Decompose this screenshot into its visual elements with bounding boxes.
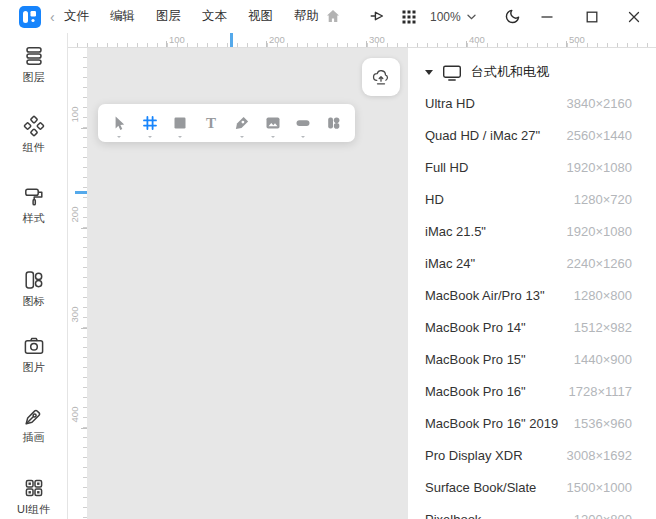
- preset-row[interactable]: MacBook Air/Pro 13"1280×800: [408, 279, 656, 311]
- cursor-position-marker: [75, 191, 87, 194]
- preset-row[interactable]: Quad HD / iMac 27"2560×1440: [408, 119, 656, 151]
- triangle-down-icon: [425, 70, 433, 75]
- sidebar-item-images[interactable]: 图片: [0, 335, 67, 375]
- preset-row[interactable]: Full HD1920×1080: [408, 151, 656, 183]
- zoom-value: 100%: [430, 10, 461, 24]
- cursor-icon: [111, 115, 127, 131]
- vertical-ruler[interactable]: 100 200 300 400: [68, 48, 87, 519]
- back-chevron[interactable]: ‹: [50, 0, 55, 33]
- asset-sidebar: 图层 组件 样式 图标 图片 插画: [0, 33, 68, 519]
- tool-resource[interactable]: [320, 105, 348, 141]
- preset-name: Pro Display XDR: [425, 448, 523, 463]
- preset-row[interactable]: iMac 24"2240×1260: [408, 247, 656, 279]
- ruler-label: 100: [69, 102, 80, 128]
- chevron-down-icon[interactable]: [117, 136, 121, 138]
- canvas[interactable]: T: [87, 48, 408, 519]
- preset-size: 2560×1440: [567, 128, 632, 143]
- cloud-upload-icon: [371, 67, 391, 87]
- sidebar-item-illustrations[interactable]: 插画: [0, 405, 67, 445]
- menu-edit[interactable]: 编辑: [108, 8, 137, 25]
- tool-move[interactable]: [105, 105, 133, 141]
- chevron-down-icon[interactable]: [178, 136, 182, 138]
- preset-name: Full HD: [425, 160, 468, 175]
- tool-button[interactable]: [289, 105, 317, 141]
- close-icon[interactable]: [628, 11, 640, 23]
- text-icon: T: [206, 116, 216, 131]
- preset-row[interactable]: MacBook Pro 16"1728×1117: [408, 375, 656, 407]
- preset-row[interactable]: MacBook Pro 14"1512×982: [408, 311, 656, 343]
- sidebar-item-ui-kit[interactable]: UI组件: [0, 477, 67, 517]
- camera-icon: [23, 335, 45, 357]
- ui-kit-icon: [23, 477, 45, 499]
- preset-name: MacBook Pro 16" 2019: [425, 416, 558, 431]
- preset-category-header[interactable]: 台式机和电视: [408, 48, 656, 81]
- preset-name: Quad HD / iMac 27": [425, 128, 540, 143]
- horizontal-ruler[interactable]: 100 200 300 400 500: [68, 33, 656, 48]
- preset-size: 1500×1000: [567, 480, 632, 495]
- ruler-label: 200: [69, 202, 80, 228]
- zoom-dropdown[interactable]: 100%: [430, 0, 476, 33]
- preset-row[interactable]: MacBook Pro 16" 20191536×960: [408, 407, 656, 439]
- ruler-label: 400: [69, 402, 80, 428]
- tool-shape[interactable]: [166, 105, 194, 141]
- tool-frame[interactable]: [136, 105, 164, 141]
- preset-size: 3840×2160: [567, 96, 632, 111]
- preset-name: MacBook Pro 14": [425, 320, 526, 335]
- preset-row[interactable]: Pro Display XDR3008×1692: [408, 439, 656, 471]
- tools-toolbar: T: [98, 104, 355, 142]
- menu-help[interactable]: 帮助: [292, 8, 321, 25]
- category-title: 台式机和电视: [471, 63, 549, 81]
- preset-row[interactable]: Surface Book/Slate1500×1000: [408, 471, 656, 503]
- chevron-down-icon[interactable]: [271, 136, 275, 138]
- preset-name: Ultra HD: [425, 96, 475, 111]
- preset-size: 1920×1080: [567, 224, 632, 239]
- preset-row[interactable]: iMac 21.5"1920×1080: [408, 215, 656, 247]
- menu-text[interactable]: 文本: [200, 8, 229, 25]
- sidebar-item-label: UI组件: [17, 502, 50, 517]
- preset-size: 1280×800: [574, 288, 632, 303]
- sidebar-item-layers[interactable]: 图层: [0, 45, 67, 85]
- preset-name: MacBook Air/Pro 13": [425, 288, 545, 303]
- ruler-label: 200: [269, 34, 285, 45]
- chevron-down-icon[interactable]: [148, 136, 152, 138]
- home-icon[interactable]: [325, 8, 341, 24]
- preset-row[interactable]: HD1280×720: [408, 183, 656, 215]
- sidebar-item-label: 组件: [23, 140, 45, 155]
- maximize-icon[interactable]: [586, 11, 598, 23]
- chevron-down-icon[interactable]: [240, 136, 244, 138]
- chevron-down-icon[interactable]: [301, 136, 305, 138]
- tool-text[interactable]: T: [197, 105, 225, 141]
- sidebar-item-styles[interactable]: 样式: [0, 186, 67, 226]
- preset-row[interactable]: MacBook Pro 15"1440×900: [408, 343, 656, 375]
- menu-layer[interactable]: 图层: [154, 8, 183, 25]
- preset-size: 2240×1260: [567, 256, 632, 271]
- tool-image[interactable]: [259, 105, 287, 141]
- sidebar-item-label: 图标: [23, 294, 45, 309]
- app-logo[interactable]: [19, 6, 41, 28]
- titlebar: ‹ 文件 编辑 图层 文本 视图 帮助 100%: [0, 0, 656, 33]
- sidebar-item-components[interactable]: 组件: [0, 115, 67, 155]
- ruler-label: 500: [569, 34, 585, 45]
- preset-name: iMac 24": [425, 256, 475, 271]
- sidebar-item-icons[interactable]: 图标: [0, 269, 67, 309]
- app-logo-icon: [19, 6, 41, 28]
- minimize-icon[interactable]: [541, 11, 553, 23]
- pen-nib-icon: [23, 405, 45, 427]
- preset-name: MacBook Pro 15": [425, 352, 526, 367]
- menu-view[interactable]: 视图: [246, 8, 275, 25]
- preset-row[interactable]: Ultra HD3840×2160: [408, 87, 656, 119]
- moon-icon[interactable]: [504, 8, 521, 25]
- menu-file[interactable]: 文件: [62, 8, 91, 25]
- cursor-position-marker: [230, 33, 233, 47]
- cloud-upload-button[interactable]: [362, 58, 400, 96]
- menu-bar: 文件 编辑 图层 文本 视图 帮助: [62, 0, 321, 33]
- preset-size: 1200×800: [574, 512, 632, 519]
- apps-grid-icon[interactable]: [402, 10, 416, 24]
- frame-icon: [142, 115, 158, 131]
- preset-row[interactable]: Pixelbook1200×800: [408, 503, 656, 519]
- present-icon[interactable]: [369, 8, 385, 24]
- ruler-label: 400: [469, 34, 485, 45]
- preset-size: 1440×900: [574, 352, 632, 367]
- tool-pen[interactable]: [228, 105, 256, 141]
- sidebar-item-label: 图片: [23, 360, 45, 375]
